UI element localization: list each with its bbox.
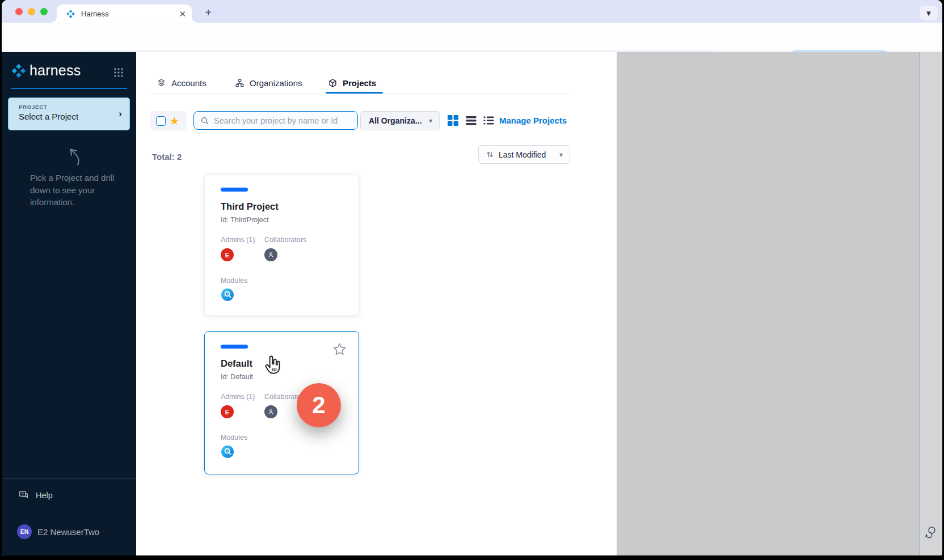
- sort-dropdown[interactable]: Last Modified ▾: [478, 145, 570, 164]
- new-tab-button[interactable]: +: [201, 6, 215, 19]
- sidebar: harness PROJECT Select a Project ›: [2, 52, 136, 555]
- annotation-step-badge: 2: [297, 383, 341, 427]
- harness-logo-icon: [11, 63, 27, 79]
- tab-organizations[interactable]: Organizations: [235, 75, 302, 91]
- chevron-down-icon: ▾: [429, 117, 432, 125]
- favorites-checkbox[interactable]: [156, 116, 166, 126]
- collaborator-avatar[interactable]: [264, 248, 277, 261]
- chat-bubbles-icon[interactable]: [924, 525, 937, 538]
- harness-brand[interactable]: harness: [11, 62, 81, 79]
- tab-organizations-label: Organizations: [250, 78, 302, 88]
- project-selector-label: PROJECT: [19, 104, 121, 110]
- favorites-filter: ★: [150, 111, 187, 130]
- collaborators-label: Collaborators: [264, 236, 306, 244]
- admins-label: Admins (1): [221, 393, 255, 401]
- tab-title: Harness: [81, 10, 179, 18]
- search-icon: [200, 116, 209, 125]
- search-input[interactable]: [214, 116, 350, 125]
- project-title[interactable]: Default: [221, 358, 252, 369]
- active-tab-underline: [326, 92, 383, 94]
- help-label: Help: [36, 491, 53, 500]
- tab-accounts[interactable]: Accounts: [157, 75, 206, 91]
- help-chat-icon: ?: [18, 490, 29, 500]
- person-icon: [267, 251, 275, 258]
- brand-divider: [11, 88, 127, 89]
- sort-arrows-icon: [486, 150, 494, 159]
- project-color-bar: [221, 188, 248, 192]
- minimize-window-button[interactable]: [28, 8, 35, 15]
- tab-accounts-label: Accounts: [171, 78, 206, 88]
- admins-label: Admins (1): [221, 236, 255, 244]
- chevron-down-icon: ▾: [559, 151, 563, 159]
- admin-avatar[interactable]: E: [221, 405, 234, 418]
- project-id: Id: ThirdProject: [221, 216, 269, 224]
- chevron-right-icon: ›: [119, 108, 122, 120]
- hand-cursor-icon: [262, 355, 284, 376]
- tab-strip: Harness ✕ + ▼: [2, 0, 942, 23]
- project-search[interactable]: [193, 111, 358, 130]
- svg-text:?: ?: [22, 492, 24, 496]
- tab-close-icon[interactable]: ✕: [179, 10, 186, 18]
- user-account-item[interactable]: EN E2 NewuserTwo: [17, 524, 99, 539]
- tab-projects[interactable]: Projects: [328, 75, 376, 91]
- org-chart-icon: [235, 78, 245, 88]
- sketch-arrow-icon: [56, 141, 83, 168]
- harness-favicon-icon: [66, 9, 75, 19]
- favorites-star-icon[interactable]: ★: [170, 116, 179, 126]
- tab-overflow-button[interactable]: ▼: [920, 6, 938, 20]
- maximize-window-button[interactable]: [40, 8, 48, 15]
- tabs-divider: [150, 94, 569, 94]
- organization-filter-value: All Organiza...: [369, 116, 429, 125]
- layers-icon: [157, 78, 166, 88]
- project-selector[interactable]: PROJECT Select a Project ›: [8, 97, 130, 130]
- sidebar-hint-text: Pick a Project and drill down to see you…: [30, 172, 121, 209]
- close-window-button[interactable]: [15, 8, 23, 15]
- favorite-star-outline-icon[interactable]: [332, 342, 347, 357]
- project-selector-value: Select a Project: [19, 112, 121, 121]
- total-count: Total: 2: [152, 152, 182, 162]
- right-side-strip: [919, 52, 942, 555]
- browser-tab[interactable]: Harness ✕: [57, 5, 192, 23]
- module-chaos-icon[interactable]: [221, 288, 234, 302]
- user-name: E2 NewuserTwo: [37, 527, 99, 537]
- project-id: Id: Default: [221, 373, 253, 381]
- page-content: harness PROJECT Select a Project ›: [2, 52, 942, 555]
- app-grid-icon[interactable]: [113, 67, 124, 78]
- sort-value: Last Modified: [499, 150, 559, 159]
- collaborator-avatar[interactable]: [264, 405, 277, 418]
- grid-view-icon[interactable]: [447, 114, 459, 126]
- organization-filter-dropdown[interactable]: All Organiza... ▾: [360, 111, 440, 130]
- list-view-icon[interactable]: [483, 114, 495, 126]
- browser-toolbar: app.harness.io/ng/account/YWdkwNPiTceDUK…: [2, 23, 942, 52]
- tab-projects-label: Projects: [343, 78, 376, 88]
- rows-view-icon[interactable]: [465, 114, 477, 126]
- project-color-bar: [221, 345, 248, 349]
- modules-label: Modules: [221, 277, 247, 285]
- main-panel: Accounts Organizations: [136, 52, 617, 555]
- browser-window: Harness ✕ + ▼ app.harness.io/ng/account/…: [2, 0, 942, 555]
- sidebar-divider: [2, 478, 136, 479]
- user-avatar: EN: [17, 524, 32, 539]
- project-title[interactable]: Third Project: [221, 201, 279, 212]
- modules-label: Modules: [221, 434, 247, 442]
- project-card-third-project[interactable]: Third Project Id: ThirdProject Admins (1…: [204, 174, 359, 316]
- help-item[interactable]: ? Help: [18, 490, 53, 500]
- background-panel: [617, 52, 919, 555]
- person-icon: [267, 408, 275, 415]
- manage-projects-link[interactable]: Manage Projects: [499, 116, 567, 125]
- brand-name: harness: [30, 62, 81, 79]
- admin-avatar[interactable]: E: [221, 248, 234, 261]
- cube-icon: [328, 78, 338, 88]
- module-chaos-icon[interactable]: [221, 445, 234, 459]
